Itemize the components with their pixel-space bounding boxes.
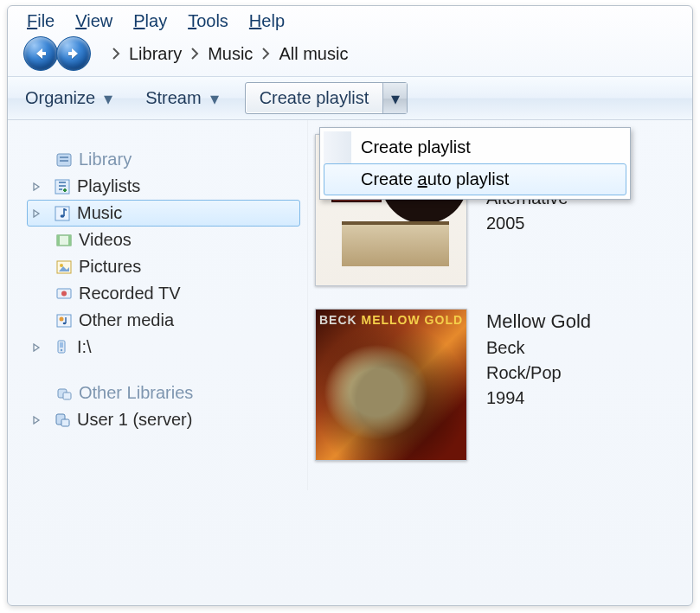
svg-point-15 bbox=[63, 322, 67, 324]
nav-buttons bbox=[23, 36, 89, 71]
arrow-left-icon bbox=[33, 46, 48, 61]
breadcrumb-library[interactable]: Library bbox=[129, 44, 182, 64]
expander-icon[interactable] bbox=[30, 181, 42, 193]
sidebar-label: Pictures bbox=[79, 257, 141, 277]
menu-item-label: Create playlist bbox=[361, 137, 471, 156]
svg-rect-13 bbox=[57, 315, 71, 327]
sidebar-label: Music bbox=[77, 203, 122, 223]
stream-label: Stream bbox=[145, 88, 201, 108]
breadcrumb-all-music[interactable]: All music bbox=[279, 44, 348, 64]
album-year: 2005 bbox=[486, 214, 568, 233]
organize-label: Organize bbox=[25, 88, 95, 108]
chevron-right-icon[interactable] bbox=[261, 48, 270, 60]
sidebar-item-user1[interactable]: User 1 (server) bbox=[27, 406, 300, 433]
music-icon bbox=[53, 204, 72, 223]
media-icon bbox=[55, 311, 74, 330]
library-icon bbox=[55, 150, 74, 169]
svg-rect-4 bbox=[55, 207, 69, 220]
svg-rect-8 bbox=[68, 235, 71, 246]
sidebar-label: Other media bbox=[79, 310, 174, 330]
back-button[interactable] bbox=[23, 36, 58, 71]
menu-item-create-playlist[interactable]: Create playlist bbox=[324, 131, 626, 163]
chevron-right-icon[interactable] bbox=[112, 48, 120, 60]
sidebar-label: User 1 (server) bbox=[77, 410, 192, 430]
album-metadata: Mellow Gold Beck Rock/Pop 1994 bbox=[486, 309, 591, 461]
create-playlist-menu: Create playlist Create auto playlist bbox=[319, 127, 631, 200]
album-item[interactable]: BECK MELLOW GOLD Mellow Gold Beck Rock/P… bbox=[315, 309, 685, 461]
sidebar-label: Other Libraries bbox=[79, 383, 193, 403]
sidebar-label: Library bbox=[79, 150, 132, 169]
svg-point-14 bbox=[60, 316, 64, 321]
sidebar-item-videos[interactable]: Videos bbox=[27, 227, 300, 253]
menu-tools[interactable]: Tools bbox=[188, 11, 228, 31]
svg-point-10 bbox=[60, 264, 63, 267]
organize-button[interactable]: Organize ▾ bbox=[18, 83, 119, 114]
sidebar-label: Playlists bbox=[77, 176, 140, 196]
svg-point-18 bbox=[61, 348, 62, 350]
breadcrumb-music[interactable]: Music bbox=[208, 44, 253, 64]
album-year: 1994 bbox=[486, 388, 591, 408]
sidebar-item-drive[interactable]: I:\ bbox=[27, 334, 300, 361]
album-art[interactable]: BECK MELLOW GOLD bbox=[315, 309, 467, 461]
sidebar-item-playlists[interactable]: Playlists bbox=[27, 173, 300, 200]
sidebar-label: Recorded TV bbox=[79, 284, 180, 303]
svg-rect-20 bbox=[63, 393, 71, 399]
menu-view[interactable]: View bbox=[75, 11, 112, 31]
server-icon bbox=[53, 411, 72, 430]
caret-down-icon: ▾ bbox=[391, 88, 400, 109]
svg-rect-2 bbox=[60, 160, 68, 162]
menu-item-label: Create auto playlist bbox=[361, 169, 509, 188]
navigation-bar: Library Music All music bbox=[8, 35, 692, 76]
forward-button[interactable] bbox=[56, 36, 91, 71]
menu-bar: File View Play Tools Help bbox=[8, 6, 692, 35]
create-playlist-button[interactable]: Create playlist bbox=[246, 83, 383, 113]
sidebar-library-header[interactable]: Library bbox=[27, 146, 300, 173]
svg-point-12 bbox=[61, 291, 67, 296]
sidebar-label: I:\ bbox=[77, 337, 92, 357]
album-art-label: BECK MELLOW GOLD bbox=[316, 313, 466, 327]
sidebar-item-recorded-tv[interactable]: Recorded TV bbox=[27, 280, 300, 307]
svg-rect-22 bbox=[61, 419, 69, 426]
caret-down-icon: ▾ bbox=[210, 88, 219, 109]
drive-icon bbox=[53, 338, 72, 357]
sidebar-item-pictures[interactable]: Pictures bbox=[27, 253, 300, 280]
expander-icon[interactable] bbox=[30, 414, 42, 426]
stream-button[interactable]: Stream ▾ bbox=[138, 83, 225, 114]
expander-icon[interactable] bbox=[30, 342, 42, 354]
caret-down-icon: ▾ bbox=[104, 88, 112, 109]
album-artist: Beck bbox=[486, 338, 591, 358]
toolbar: Organize ▾ Stream ▾ Create playlist ▾ bbox=[8, 76, 692, 120]
window-frame: File View Play Tools Help Library Music … bbox=[7, 5, 693, 606]
svg-rect-1 bbox=[60, 156, 68, 158]
svg-point-5 bbox=[61, 214, 65, 218]
menu-item-create-auto-playlist[interactable]: Create auto playlist bbox=[324, 163, 626, 195]
menu-file[interactable]: File bbox=[27, 11, 55, 31]
tv-icon bbox=[55, 284, 74, 303]
svg-rect-17 bbox=[60, 342, 63, 348]
video-icon bbox=[55, 231, 74, 250]
album-title: Mellow Gold bbox=[486, 310, 591, 333]
create-playlist-dropdown[interactable]: ▾ bbox=[382, 83, 407, 113]
create-label: Create playlist bbox=[260, 88, 369, 107]
sidebar-other-libraries-header[interactable]: Other Libraries bbox=[27, 380, 300, 406]
sidebar-item-music[interactable]: Music bbox=[27, 200, 300, 227]
create-playlist-splitbutton: Create playlist ▾ bbox=[245, 82, 408, 114]
menu-play[interactable]: Play bbox=[133, 11, 167, 31]
arrow-right-icon bbox=[66, 46, 81, 61]
chevron-right-icon[interactable] bbox=[190, 48, 199, 60]
menu-help[interactable]: Help bbox=[249, 11, 285, 31]
album-genre: Rock/Pop bbox=[486, 363, 591, 383]
sidebar: Library Playlists Music Videos bbox=[8, 120, 307, 490]
expander-icon[interactable] bbox=[30, 208, 42, 220]
content-area: Library Playlists Music Videos bbox=[8, 120, 692, 490]
playlist-icon bbox=[53, 177, 72, 196]
svg-rect-7 bbox=[57, 235, 60, 246]
sidebar-item-other-media[interactable]: Other media bbox=[27, 307, 300, 334]
picture-icon bbox=[55, 258, 74, 277]
sidebar-label: Videos bbox=[79, 230, 132, 250]
breadcrumb: Library Music All music bbox=[103, 44, 348, 64]
network-library-icon bbox=[55, 384, 74, 403]
